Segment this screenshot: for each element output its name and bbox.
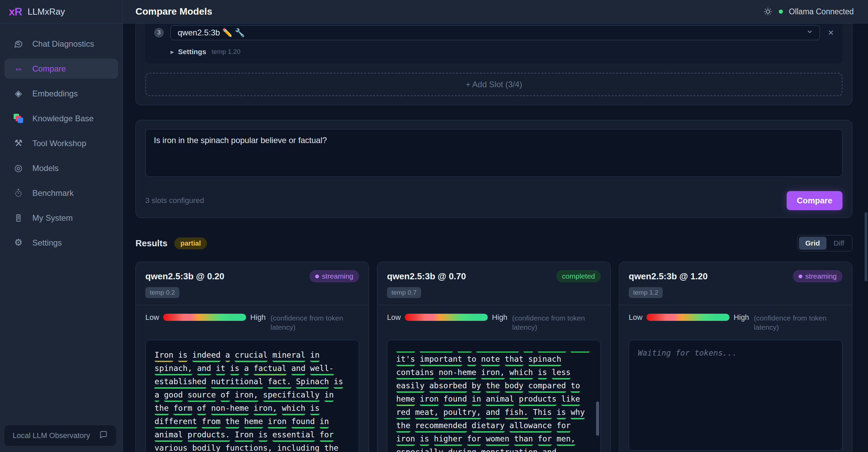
- chat-diagnostics-icon: [13, 39, 24, 49]
- sidebar-item-my-system[interactable]: My System: [4, 208, 118, 228]
- view-toggle-diff[interactable]: Diff: [827, 237, 851, 250]
- sidebar-item-chat-diagnostics[interactable]: Chat Diagnostics: [4, 34, 118, 54]
- token: important: [420, 355, 462, 366]
- token: Iron: [235, 430, 253, 442]
- result-output[interactable]: Iron is indeed a crucial mineral in spin…: [145, 340, 359, 452]
- slots-configured-note: 3 slots configured: [145, 196, 204, 205]
- results-title: Results: [135, 238, 167, 249]
- token: a: [244, 364, 249, 375]
- result-output[interactable]: Waiting for tokens...: [629, 340, 842, 451]
- sidebar-item-label: Embeddings: [32, 89, 78, 98]
- token: a: [155, 390, 159, 402]
- token: for: [538, 434, 552, 446]
- result-title: qwen2.5:3b @ 0.70: [387, 271, 466, 282]
- token: easily: [396, 381, 424, 393]
- prompt-card: Is iron in the spinach popular believe o…: [135, 120, 852, 218]
- token: bodily: [192, 443, 221, 452]
- content-scrollbar-thumb[interactable]: [596, 402, 599, 436]
- token: products.: [188, 430, 230, 442]
- sidebar-item-label: Compare: [32, 64, 66, 74]
- token: found: [291, 417, 315, 428]
- confidence-gradient-bar: [405, 314, 488, 321]
- token: form: [173, 404, 192, 415]
- prompt-input[interactable]: Is iron in the spinach popular believe o…: [145, 129, 842, 177]
- temp-chip: temp 1.2: [629, 287, 663, 298]
- confidence-gradient-bar: [163, 314, 246, 321]
- token: the: [225, 417, 240, 428]
- sidebar-footer-label: Local LLM Observatory: [13, 431, 90, 440]
- token: various: [155, 443, 188, 452]
- token: indeed: [192, 350, 221, 362]
- token: especially: [396, 448, 443, 452]
- token: and: [197, 364, 211, 375]
- sidebar-item-knowledge-base[interactable]: Knowledge Base: [4, 108, 118, 128]
- temp-chip: temp 0.7: [387, 287, 421, 298]
- token: is: [420, 434, 429, 446]
- sidebar-nav: Chat Diagnostics⇔Compare◈EmbeddingsKnowl…: [0, 24, 123, 253]
- sidebar-footer[interactable]: Local LLM Observatory: [4, 425, 116, 446]
- sidebar-item-label: Benchmark: [32, 188, 74, 198]
- token: red: [396, 408, 411, 419]
- token: specifically: [263, 390, 320, 402]
- model-select[interactable]: qwen2.5:3b ✏️ 🔧: [171, 25, 820, 40]
- token: in: [324, 390, 334, 402]
- benchmark-icon: [13, 188, 24, 198]
- token: it: [216, 364, 225, 375]
- result-title: qwen2.5:3b @ 0.20: [145, 271, 224, 282]
- sidebar-item-embeddings[interactable]: ◈Embeddings: [4, 83, 118, 104]
- token: a: [225, 350, 230, 362]
- compare-icon: ⇔: [13, 64, 24, 73]
- temp-chip: temp 0.2: [145, 287, 179, 298]
- top-bar: Compare Models Ollama Connected: [123, 0, 868, 24]
- confidence-legend: Low High (confidence from token latency): [387, 313, 601, 332]
- logo-mark: xR: [9, 5, 22, 18]
- token: which: [509, 368, 533, 379]
- token: mineral: [272, 350, 305, 362]
- streaming-dot: [799, 275, 802, 278]
- token: is: [334, 377, 343, 389]
- sidebar-item-settings[interactable]: ⚙Settings: [4, 233, 118, 253]
- theme-toggle-sun-icon[interactable]: [763, 7, 773, 16]
- token: non-heme: [439, 368, 477, 379]
- result-card: qwen2.5:3b @ 1.20 streaming temp 1.2 Low…: [619, 262, 852, 452]
- token: is: [230, 364, 240, 375]
- result-output[interactable]: it's important to note that spinach cont…: [387, 340, 601, 452]
- token: which: [282, 404, 305, 415]
- view-toggle-grid[interactable]: Grid: [799, 237, 826, 250]
- token: from: [202, 417, 220, 428]
- tool-workshop-icon: ⚒: [13, 139, 24, 148]
- token: is: [557, 408, 566, 419]
- add-slot-button[interactable]: + Add Slot (3/4): [145, 73, 842, 96]
- token: and: [542, 448, 557, 452]
- token: the: [324, 443, 339, 452]
- token: the: [396, 421, 411, 433]
- token: essential: [272, 430, 315, 442]
- remove-slot-button[interactable]: ×: [828, 28, 834, 37]
- compare-button[interactable]: Compare: [787, 191, 842, 210]
- token: recommended: [415, 421, 467, 433]
- token: than: [514, 434, 533, 446]
- token: men,: [557, 434, 575, 446]
- my-system-icon: [13, 213, 24, 223]
- sidebar-item-compare[interactable]: ⇔Compare: [4, 59, 118, 79]
- sidebar-item-models[interactable]: ◎Models: [4, 158, 118, 178]
- legend-high: High: [734, 313, 749, 321]
- connection-status-dot: [779, 10, 783, 14]
- status-badge: completed: [556, 270, 601, 282]
- status-badge: streaming: [309, 270, 359, 282]
- token: poultry,: [444, 408, 481, 419]
- models-icon: ◎: [13, 163, 24, 173]
- token: functions,: [225, 443, 272, 452]
- page-scrollbar-thumb[interactable]: [865, 212, 867, 281]
- token: iron,: [254, 404, 277, 415]
- token: found: [444, 394, 467, 406]
- result-card: qwen2.5:3b @ 0.70 completed temp 0.7 Low…: [377, 262, 611, 452]
- token: women: [486, 434, 509, 446]
- streaming-dot: [315, 275, 319, 278]
- slot-settings-toggle[interactable]: ▶ Settings temp 1.20: [154, 48, 834, 56]
- token: animal: [155, 430, 183, 442]
- sidebar-item-benchmark[interactable]: Benchmark: [4, 183, 118, 203]
- token: compared: [528, 381, 566, 393]
- sidebar-item-tool-workshop[interactable]: ⚒Tool Workshop: [4, 133, 118, 153]
- token: dietary: [472, 421, 505, 433]
